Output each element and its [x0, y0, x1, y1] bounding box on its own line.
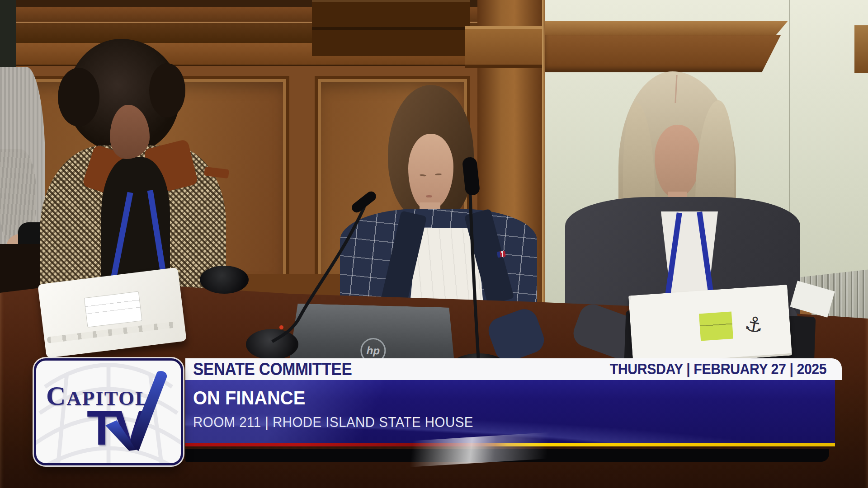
lower-third-top-band: SENATE COMMITTEE THURSDAY | FEBRUARY 27 … [185, 358, 842, 380]
lower-third-black-band [185, 449, 829, 462]
committee-subtitle: ON FINANCE [193, 387, 305, 409]
left-witness-hair [58, 68, 99, 127]
binder-label-card [84, 291, 142, 327]
microphone-base [246, 329, 298, 360]
anchor-icon: ⚓ [737, 309, 770, 340]
chair-rail-molding [854, 25, 868, 73]
accent-stripe [185, 443, 835, 446]
committee-title: SENATE COMMITTEE [193, 360, 352, 379]
chair-rail-ledge [545, 21, 788, 35]
broadcast-date: THURSDAY | FEBRUARY 27 | 2025 [610, 361, 826, 378]
microphone-talk-light [279, 325, 283, 329]
left-witness-hair [149, 63, 185, 117]
flag-lapel-pin [497, 251, 506, 258]
sticky-note [699, 312, 733, 341]
checkmark-icon [36, 361, 181, 465]
microphone-base [200, 266, 249, 294]
capitol-tv-logo: CAPITOL TV [34, 358, 183, 465]
chair-rail-molding [545, 21, 788, 72]
door-frieze [312, 0, 470, 56]
binder-page-edges [47, 321, 176, 343]
lower-third-main-band: ON FINANCE ROOM 211 | RHODE ISLAND STATE… [185, 380, 835, 443]
center-witness-lips [426, 195, 432, 197]
broadcast-frame: hp ⚓ SENATE COMMITTEE THURSDAY | FEBRUAR… [0, 0, 868, 488]
location-line: ROOM 211 | RHODE ISLAND STATE HOUSE [193, 414, 473, 431]
chair-rail-body [545, 35, 781, 72]
